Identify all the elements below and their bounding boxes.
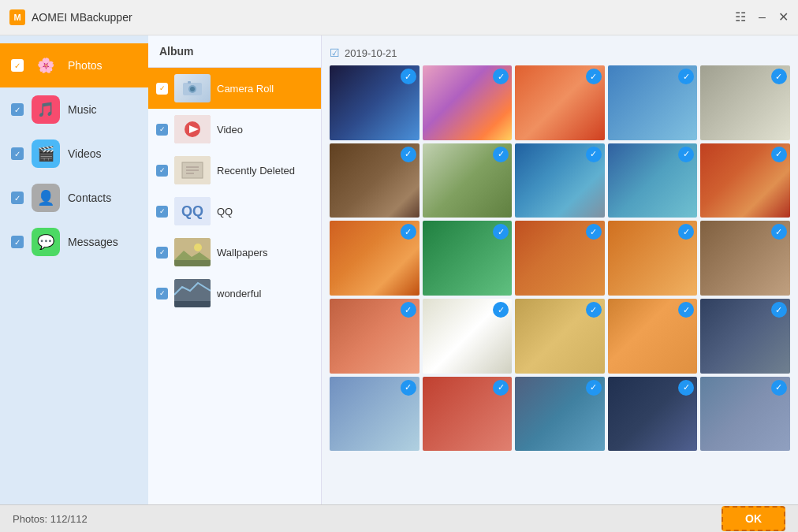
- photo-check-badge: ✓: [493, 147, 509, 162]
- photo-check-badge: ✓: [678, 302, 694, 318]
- album-item-recently-deleted[interactable]: Recently Deleted: [148, 150, 321, 191]
- photo-cell[interactable]: ✓: [700, 377, 790, 452]
- photo-check-badge: ✓: [401, 224, 416, 240]
- video-thumb: [174, 115, 211, 143]
- date-check-icon: ☑: [330, 47, 340, 59]
- photo-cell[interactable]: ✓: [700, 299, 790, 374]
- photo-cell[interactable]: ✓: [423, 299, 513, 374]
- qq-checkbox[interactable]: [156, 206, 168, 218]
- photo-cell[interactable]: ✓: [423, 221, 513, 296]
- photo-cell[interactable]: ✓: [700, 65, 790, 140]
- photo-cell[interactable]: ✓: [330, 299, 420, 374]
- album-label-wallpapers: Wallpapers: [217, 247, 268, 259]
- title-bar-controls: ☷ – ✕: [735, 11, 789, 24]
- wonderful-checkbox[interactable]: [156, 288, 168, 299]
- title-bar-left: M AOMEI MBackupper: [9, 9, 132, 25]
- sidebar-label-videos: Videos: [68, 147, 102, 160]
- photo-cell[interactable]: ✓: [700, 143, 790, 218]
- photo-cell[interactable]: ✓: [423, 65, 513, 140]
- title-bar: M AOMEI MBackupper ☷ – ✕: [0, 0, 798, 35]
- status-bar: Photos: 112/112 OK: [0, 504, 798, 532]
- wallpapers-checkbox[interactable]: [156, 247, 168, 259]
- wonderful-thumb: [174, 279, 211, 307]
- photo-cell[interactable]: ✓: [423, 143, 513, 218]
- album-item-qq[interactable]: QQ QQ: [148, 191, 321, 232]
- album-list: Camera Roll Video Recently Deleted: [148, 68, 321, 504]
- music-icon: 🎵: [32, 95, 60, 124]
- photo-cell[interactable]: ✓: [515, 143, 605, 218]
- camera-roll-checkbox[interactable]: [156, 83, 168, 95]
- recently-deleted-checkbox[interactable]: [156, 165, 168, 177]
- photo-cell[interactable]: ✓: [330, 221, 420, 296]
- contacts-icon: 👤: [32, 184, 60, 212]
- svg-rect-3: [188, 81, 191, 84]
- photo-check-badge: ✓: [401, 69, 416, 84]
- app-title: AOMEI MBackupper: [32, 11, 132, 24]
- album-item-wonderful[interactable]: wonderful: [148, 273, 321, 314]
- date-text: 2019-10-21: [345, 47, 397, 59]
- photo-check-badge: ✓: [401, 147, 416, 162]
- main-container: 🌸 Photos 🎵 Music 🎬 Videos 👤 Contacts 💬 M…: [0, 35, 798, 504]
- status-text: Photos: 112/112: [13, 513, 88, 525]
- photo-check-badge: ✓: [586, 302, 602, 318]
- photos-checkbox[interactable]: [11, 59, 24, 72]
- svg-point-15: [194, 244, 202, 251]
- photo-cell[interactable]: ✓: [330, 377, 420, 452]
- album-label-camera-roll: Camera Roll: [217, 83, 274, 95]
- photo-check-badge: ✓: [771, 69, 787, 84]
- sidebar-item-photos[interactable]: 🌸 Photos: [0, 43, 148, 87]
- photo-cell[interactable]: ✓: [515, 65, 605, 140]
- photo-check-badge: ✓: [678, 147, 694, 162]
- photo-check-badge: ✓: [401, 302, 416, 318]
- wallpapers-thumb: [174, 238, 211, 266]
- photo-check-badge: ✓: [771, 380, 787, 396]
- videos-icon: 🎬: [32, 140, 60, 168]
- album-item-camera-roll[interactable]: Camera Roll: [148, 68, 321, 109]
- sidebar-item-messages[interactable]: 💬 Messages: [0, 220, 148, 264]
- svg-point-2: [190, 87, 195, 91]
- svg-text:QQ: QQ: [181, 203, 203, 219]
- contacts-checkbox[interactable]: [11, 192, 24, 204]
- album-item-video[interactable]: Video: [148, 109, 321, 150]
- photo-panel: ☑ 2019-10-21 ✓ ✓ ✓ ✓ ✓ ✓ ✓ ✓ ✓ ✓ ✓ ✓ ✓ ✓…: [322, 35, 798, 504]
- photo-cell[interactable]: ✓: [608, 299, 698, 374]
- photo-cell[interactable]: ✓: [330, 143, 420, 218]
- album-label-recently-deleted: Recently Deleted: [217, 165, 295, 177]
- video-checkbox[interactable]: [156, 124, 168, 136]
- photo-check-badge: ✓: [493, 302, 509, 318]
- photo-cell[interactable]: ✓: [608, 65, 698, 140]
- close-icon[interactable]: ✕: [778, 11, 789, 24]
- minimize-icon[interactable]: –: [759, 11, 766, 24]
- camera-roll-thumb: [174, 74, 211, 102]
- photo-cell[interactable]: ✓: [515, 299, 605, 374]
- photo-cell[interactable]: ✓: [608, 221, 698, 296]
- photo-cell[interactable]: ✓: [515, 221, 605, 296]
- list-icon[interactable]: ☷: [735, 11, 746, 24]
- photo-check-badge: ✓: [771, 224, 787, 240]
- sidebar-label-music: Music: [68, 103, 97, 116]
- videos-checkbox[interactable]: [11, 147, 24, 160]
- album-item-wallpapers[interactable]: Wallpapers: [148, 232, 321, 273]
- messages-checkbox[interactable]: [11, 236, 24, 248]
- qq-thumb: QQ: [174, 197, 211, 225]
- sidebar-item-videos[interactable]: 🎬 Videos: [0, 132, 148, 176]
- sidebar-label-photos: Photos: [68, 59, 103, 72]
- photo-cell[interactable]: ✓: [700, 221, 790, 296]
- sidebar-item-music[interactable]: 🎵 Music: [0, 87, 148, 132]
- ok-button[interactable]: OK: [722, 506, 785, 531]
- album-panel: Album Camera Roll Video: [148, 35, 322, 504]
- sidebar: 🌸 Photos 🎵 Music 🎬 Videos 👤 Contacts 💬 M…: [0, 35, 148, 504]
- photo-cell[interactable]: ✓: [330, 65, 420, 140]
- sidebar-label-contacts: Contacts: [68, 192, 111, 204]
- album-label-wonderful: wonderful: [217, 288, 261, 299]
- recently-deleted-thumb: [174, 156, 211, 184]
- app-icon: M: [9, 9, 25, 25]
- sidebar-item-contacts[interactable]: 👤 Contacts: [0, 176, 148, 220]
- music-checkbox[interactable]: [11, 103, 24, 116]
- photo-grid: ✓ ✓ ✓ ✓ ✓ ✓ ✓ ✓ ✓ ✓ ✓ ✓ ✓ ✓ ✓ ✓ ✓ ✓ ✓ ✓ …: [330, 65, 790, 451]
- photo-cell[interactable]: ✓: [608, 377, 698, 452]
- album-header: Album: [148, 35, 321, 68]
- photo-cell[interactable]: ✓: [608, 143, 698, 218]
- photo-cell[interactable]: ✓: [423, 377, 513, 452]
- photo-cell[interactable]: ✓: [515, 377, 605, 452]
